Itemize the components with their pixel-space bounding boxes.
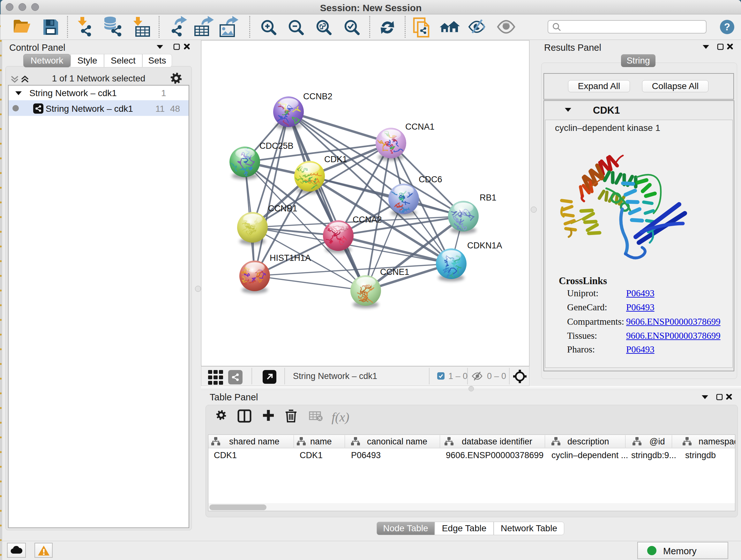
svg-text:CCNA1: CCNA1 — [405, 122, 434, 132]
svg-text:CDC6: CDC6 — [419, 175, 442, 184]
svg-text:RB1: RB1 — [480, 193, 496, 202]
svg-text:CDKN1A: CDKN1A — [467, 241, 502, 250]
svg-text:CCNE1: CCNE1 — [380, 267, 409, 277]
svg-text:CDC25B: CDC25B — [259, 141, 293, 151]
svg-text:CCNB1: CCNB1 — [268, 204, 297, 213]
svg-text:CCNA2: CCNA2 — [353, 215, 382, 225]
svg-text:CCNB2: CCNB2 — [303, 91, 333, 101]
svg-text:CDK1: CDK1 — [324, 154, 347, 164]
svg-text:HIST1H1A: HIST1H1A — [270, 253, 311, 263]
